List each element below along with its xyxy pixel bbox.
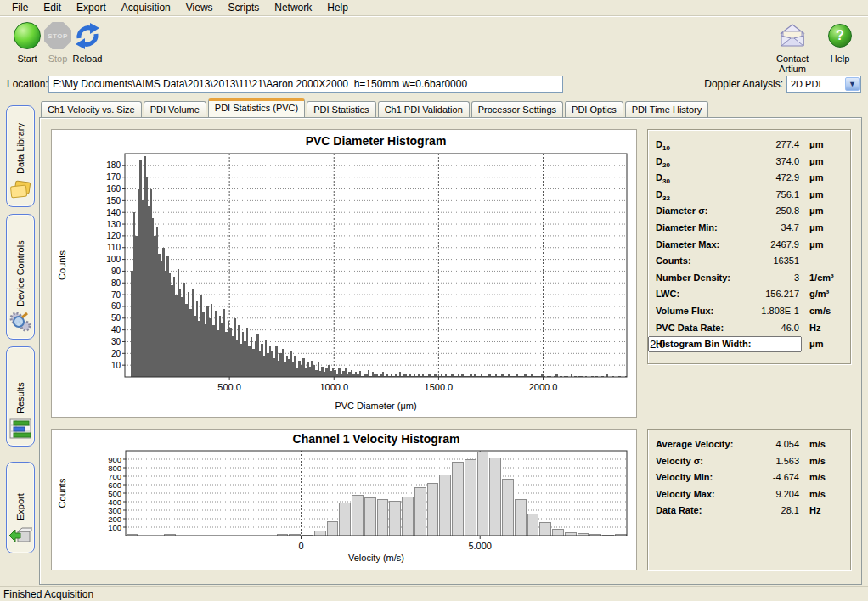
svg-text:110: 110 xyxy=(107,243,121,252)
tab-ch1-velocity-vs-size[interactable]: Ch1 Velocity vs. Size xyxy=(41,101,142,117)
stat-value: 756.1 xyxy=(723,189,799,199)
svg-text:30: 30 xyxy=(111,337,121,346)
svg-text:700: 700 xyxy=(108,472,121,481)
pvc-diameter-histogram-chart: PVC Diameter Histogram102030405060708090… xyxy=(51,129,637,418)
svg-text:PVC Diameter (μm): PVC Diameter (μm) xyxy=(335,401,416,411)
svg-text:500.0: 500.0 xyxy=(217,382,241,392)
stat-row: D32756.1μm xyxy=(648,187,850,203)
stat-row: Velocity Max:9.204m/s xyxy=(648,486,850,503)
menu-item-file[interactable]: File xyxy=(5,0,35,15)
svg-text:140: 140 xyxy=(106,208,121,217)
tab-pdi-time-history[interactable]: PDI Time History xyxy=(625,101,709,117)
stat-row: Velocity σ:1.563m/s xyxy=(648,453,850,469)
stat-label: PVC Data Rate: xyxy=(656,323,724,333)
stat-unit: m/s xyxy=(809,472,826,482)
stat-row: D10277.4μm xyxy=(648,137,850,153)
stat-unit: μm xyxy=(809,156,824,166)
envelope-icon xyxy=(777,23,808,48)
stat-value: 1.808E-1 xyxy=(723,306,799,316)
svg-text:170: 170 xyxy=(106,172,121,182)
stat-value: -4.674 xyxy=(723,472,799,482)
tab-content-panel: PVC Diameter Histogram102030405060708090… xyxy=(39,117,862,585)
sidebar-item-label: Data Library xyxy=(15,111,25,174)
stat-row: D20374.0μm xyxy=(648,154,850,170)
svg-text:90: 90 xyxy=(111,267,121,276)
stat-value: 1.563 xyxy=(723,456,799,466)
bar-chart-icon xyxy=(8,417,32,441)
sidebar-item-export[interactable]: Export xyxy=(6,462,35,553)
menu-item-acquisition[interactable]: Acquisition xyxy=(115,0,178,15)
tab-pdi-statistics-pvc-[interactable]: PDI Statistics (PVC) xyxy=(208,98,305,117)
menu-item-views[interactable]: Views xyxy=(179,0,220,15)
doppler-analysis-label: Doppler Analysis: xyxy=(704,78,783,90)
tab-pdi-statistics[interactable]: PDI Statistics xyxy=(307,101,375,117)
pvc-diameter-histogram-svg: PVC Diameter Histogram102030405060708090… xyxy=(52,130,638,418)
svg-text:800: 800 xyxy=(108,463,121,473)
stat-unit: Hz xyxy=(809,505,820,515)
contact-artium-button[interactable]: Contact Artium xyxy=(764,20,820,74)
sidebar-item-data-library[interactable]: Data Library xyxy=(6,105,35,207)
velocity-histogram-chart: Channel 1 Velocity Histogram100200300400… xyxy=(51,429,637,570)
svg-text:100: 100 xyxy=(108,523,121,532)
menu-item-help[interactable]: Help xyxy=(320,0,355,15)
stat-value: 472.9 xyxy=(723,172,799,183)
stat-row: Data Rate:28.1Hz xyxy=(648,503,850,519)
stat-unit: μm xyxy=(809,339,824,349)
velocity-stats-panel: Average Velocity:4.054m/sVelocity σ:1.56… xyxy=(647,429,851,570)
stat-row: Diameter Max:2467.9μm xyxy=(648,237,850,253)
svg-text:120: 120 xyxy=(106,231,121,240)
stat-value: 277.4 xyxy=(723,139,799,149)
pvc-stats-panel: D10277.4μmD20374.0μmD30472.9μmD32756.1μm… xyxy=(647,129,851,364)
application-window: FileEditExportAcquisitionViewsScriptsNet… xyxy=(0,0,868,601)
location-input[interactable] xyxy=(48,76,563,93)
svg-text:Counts: Counts xyxy=(57,478,67,508)
help-icon: ? xyxy=(828,24,852,48)
stat-label: Velocity Max: xyxy=(656,489,715,499)
stat-label: LWC: xyxy=(656,289,679,299)
tab-pdi-optics[interactable]: PDI Optics xyxy=(565,101,623,117)
chevron-down-icon: ▼ xyxy=(845,77,860,91)
menu-item-network[interactable]: Network xyxy=(268,0,318,15)
stat-label: D20 xyxy=(656,156,670,169)
doppler-analysis-select[interactable]: 2D PDI ▼ xyxy=(786,76,861,93)
stat-label: Histogram Bin Width: xyxy=(656,339,751,349)
stat-row: Volume Flux:1.808E-1cm/s xyxy=(648,303,850,319)
stat-row: Average Velocity:4.054m/s xyxy=(648,436,850,452)
gears-magnifier-icon xyxy=(8,310,32,334)
svg-text:130: 130 xyxy=(106,220,121,229)
stat-label: Velocity σ: xyxy=(656,456,703,466)
tab-processor-settings[interactable]: Processor Settings xyxy=(471,101,563,117)
stat-value: 46.0 xyxy=(723,323,799,333)
stat-label: D30 xyxy=(656,172,670,185)
stat-unit: g/m³ xyxy=(809,289,829,299)
stat-unit: 1/cm³ xyxy=(809,272,834,283)
sidebar-item-results[interactable]: Results xyxy=(6,346,35,447)
sidebar-item-label: Export xyxy=(15,468,25,520)
stat-label: Counts: xyxy=(656,256,691,266)
help-button[interactable]: ? Help xyxy=(816,20,864,64)
stat-value: 2467.9 xyxy=(723,239,799,250)
svg-text:20: 20 xyxy=(111,349,121,358)
menu-item-scripts[interactable]: Scripts xyxy=(222,0,267,15)
stat-value: 9.204 xyxy=(723,489,799,499)
tab-pdi-volume[interactable]: PDI Volume xyxy=(144,101,206,117)
menu-item-export[interactable]: Export xyxy=(70,0,113,15)
svg-text:Counts: Counts xyxy=(57,250,67,280)
svg-text:500: 500 xyxy=(108,489,121,498)
svg-text:160: 160 xyxy=(106,184,121,194)
sidebar-item-device-controls[interactable]: Device Controls xyxy=(6,214,35,340)
status-text: Finished Acquisition xyxy=(3,588,93,600)
reload-button[interactable]: Reload xyxy=(60,20,115,64)
svg-text:600: 600 xyxy=(108,480,121,490)
menu-bar: FileEditExportAcquisitionViewsScriptsNet… xyxy=(0,0,868,16)
tab-ch1-pdi-validation[interactable]: Ch1 PDI Validation xyxy=(378,101,470,117)
menu-item-edit[interactable]: Edit xyxy=(37,0,68,15)
stat-label: Number Density: xyxy=(656,272,730,283)
svg-text:PVC Diameter Histogram: PVC Diameter Histogram xyxy=(306,134,447,148)
stat-unit: m/s xyxy=(809,439,826,449)
stat-row: LWC:156.217g/m³ xyxy=(648,286,850,302)
stat-unit: μm xyxy=(809,139,824,149)
svg-text:80: 80 xyxy=(111,278,121,288)
svg-text:70: 70 xyxy=(111,290,121,300)
svg-text:40: 40 xyxy=(111,325,121,334)
